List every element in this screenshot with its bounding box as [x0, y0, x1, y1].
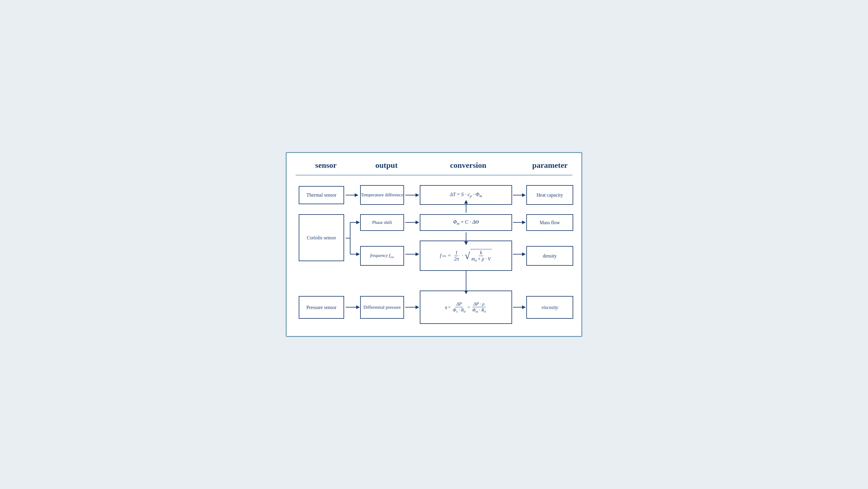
mass-flow-box: Mass flow: [526, 214, 573, 231]
differential-pressure-box: Differential pressure: [360, 296, 404, 319]
viscosity-box: viscosity: [526, 296, 573, 319]
header-sensor: sensor: [296, 159, 356, 172]
header-parameter: parameter: [520, 159, 580, 172]
heat-capacity-box: Heat capacity: [526, 185, 573, 205]
thermal-sensor-box: Thermal sensor: [299, 186, 344, 204]
phase-shift-box: Phase shift: [360, 214, 404, 231]
f-res-conversion-box: fres = 1 2π · √ k m0 + ρ · V: [420, 240, 512, 271]
diagram-body: Thermal sensor Temperature difference ΔT…: [296, 181, 580, 327]
delta-t-conversion-box: ΔT = S · cp · Φm: [420, 185, 512, 205]
phi-m-conversion-box: Φm = C · ΔΘ: [420, 214, 512, 231]
density-box: density: [526, 246, 573, 266]
header-row: sensor output conversion parameter: [296, 159, 572, 172]
pressure-sensor-box: Pressure sensor: [299, 296, 344, 319]
header-divider: [296, 175, 572, 175]
viscosity-conversion-box: η = ΔP Φv · R0 = ΔP · ρ Φm · R0: [420, 291, 512, 324]
coriolis-sensor-box: Coriolis sensor: [299, 214, 344, 261]
temperature-difference-box: Temperature difference: [360, 185, 404, 205]
diagram-container: sensor output conversion parameter: [286, 152, 582, 337]
frequency-box: frequency fres: [360, 246, 404, 266]
header-conversion: conversion: [417, 159, 520, 172]
header-output: output: [356, 159, 417, 172]
